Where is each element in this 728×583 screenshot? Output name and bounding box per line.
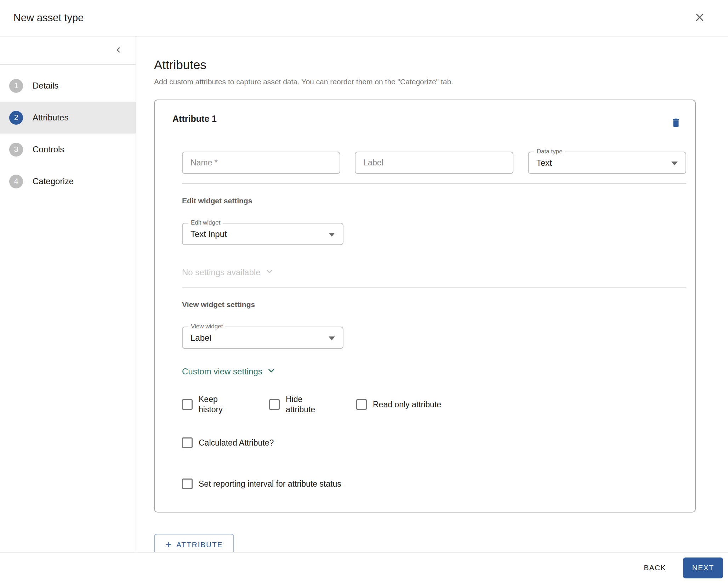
collapse-sidebar-button[interactable] xyxy=(111,43,126,58)
stepper-item-details[interactable]: 1 Details xyxy=(0,70,136,102)
checkbox-icon xyxy=(182,399,193,410)
view-widget-select-label: View widget xyxy=(188,323,225,329)
page-description: Add custom attributes to capture asset d… xyxy=(154,78,696,86)
checkbox-label: Calculated Attribute? xyxy=(199,438,274,448)
back-button[interactable]: BACK xyxy=(636,559,674,577)
close-icon xyxy=(694,12,705,24)
step-number-badge: 3 xyxy=(9,143,23,157)
checkbox-icon xyxy=(269,399,280,410)
hide-attribute-checkbox[interactable]: Hide attribute xyxy=(269,394,356,415)
step-number-badge: 4 xyxy=(9,175,23,188)
step-label: Controls xyxy=(33,145,64,154)
step-label: Attributes xyxy=(33,113,68,123)
modal-title: New asset type xyxy=(13,12,84,24)
step-label: Details xyxy=(33,81,58,91)
custom-view-settings-toggle[interactable]: Custom view settings xyxy=(182,366,276,377)
new-asset-type-modal: New asset type xyxy=(0,0,728,583)
checkbox-label: Hide attribute xyxy=(286,394,320,415)
custom-view-settings-label: Custom view settings xyxy=(182,367,262,377)
stepper-item-categorize[interactable]: 4 Categorize xyxy=(0,165,136,197)
label-input[interactable] xyxy=(355,152,513,174)
attribute-card: Attribute 1 xyxy=(154,100,696,513)
caret-down-icon xyxy=(671,162,678,165)
chevron-left-icon xyxy=(114,45,123,56)
delete-attribute-button[interactable] xyxy=(668,114,684,132)
chevron-down-icon xyxy=(265,267,274,278)
calculated-attribute-checkbox[interactable]: Calculated Attribute? xyxy=(182,437,686,448)
chevron-down-icon xyxy=(267,366,276,377)
checkbox-label: Keep history xyxy=(199,394,233,415)
checkbox-icon xyxy=(182,479,193,489)
stepper-list: 1 Details 2 Attributes 3 Controls 4 Cate… xyxy=(0,65,136,197)
edit-widget-select-value: Text input xyxy=(190,229,227,239)
view-widget-settings-heading: View widget settings xyxy=(182,300,686,309)
checkbox-label: Set reporting interval for attribute sta… xyxy=(199,479,341,489)
caret-down-icon xyxy=(329,233,335,237)
trash-icon xyxy=(671,117,681,130)
main-content: Attributes Add custom attributes to capt… xyxy=(136,36,728,552)
main-scroll-area[interactable]: Attributes Add custom attributes to capt… xyxy=(136,36,728,552)
step-number-badge: 1 xyxy=(9,79,23,93)
add-attribute-label: ATTRIBUTE xyxy=(176,540,223,549)
step-number-badge: 2 xyxy=(9,111,23,125)
page-title: Attributes xyxy=(154,58,696,72)
next-button[interactable]: NEXT xyxy=(683,557,723,578)
checkbox-row: Keep history Hide attribute Read only at… xyxy=(182,394,686,415)
view-widget-select-value: Label xyxy=(190,333,211,343)
section-divider xyxy=(182,183,686,184)
attribute-fields-row: Data type Text xyxy=(182,152,686,174)
checkbox-icon xyxy=(356,399,367,410)
caret-down-icon xyxy=(329,336,335,340)
name-input[interactable] xyxy=(182,152,340,174)
no-settings-available-toggle: No settings available xyxy=(182,267,274,278)
stepper-item-controls[interactable]: 3 Controls xyxy=(0,134,136,165)
keep-history-checkbox[interactable]: Keep history xyxy=(182,394,269,415)
plus-icon: + xyxy=(165,540,172,550)
view-widget-select[interactable]: View widget Label xyxy=(182,327,343,349)
step-label: Categorize xyxy=(33,176,74,186)
edit-widget-select-label: Edit widget xyxy=(188,220,223,226)
edit-widget-settings-heading: Edit widget settings xyxy=(182,197,686,205)
sidebar-collapse-row xyxy=(0,36,136,65)
data-type-select[interactable]: Data type Text xyxy=(528,152,686,174)
data-type-select-label: Data type xyxy=(534,148,565,154)
close-button[interactable] xyxy=(691,9,708,27)
modal-footer: BACK NEXT xyxy=(0,552,728,583)
data-type-select-value: Text xyxy=(536,158,552,168)
stepper-item-attributes[interactable]: 2 Attributes xyxy=(0,102,136,134)
no-settings-available-label: No settings available xyxy=(182,267,260,277)
edit-widget-select[interactable]: Edit widget Text input xyxy=(182,223,343,245)
read-only-attribute-checkbox[interactable]: Read only attribute xyxy=(356,399,441,410)
reporting-interval-checkbox[interactable]: Set reporting interval for attribute sta… xyxy=(182,479,686,489)
section-divider xyxy=(182,287,686,288)
add-attribute-button[interactable]: + ATTRIBUTE xyxy=(154,534,234,552)
checkbox-label: Read only attribute xyxy=(373,400,441,410)
modal-header: New asset type xyxy=(0,0,728,36)
attribute-card-title: Attribute 1 xyxy=(164,114,217,124)
stepper-sidebar: 1 Details 2 Attributes 3 Controls 4 Cate… xyxy=(0,36,136,552)
checkbox-icon xyxy=(182,437,193,448)
